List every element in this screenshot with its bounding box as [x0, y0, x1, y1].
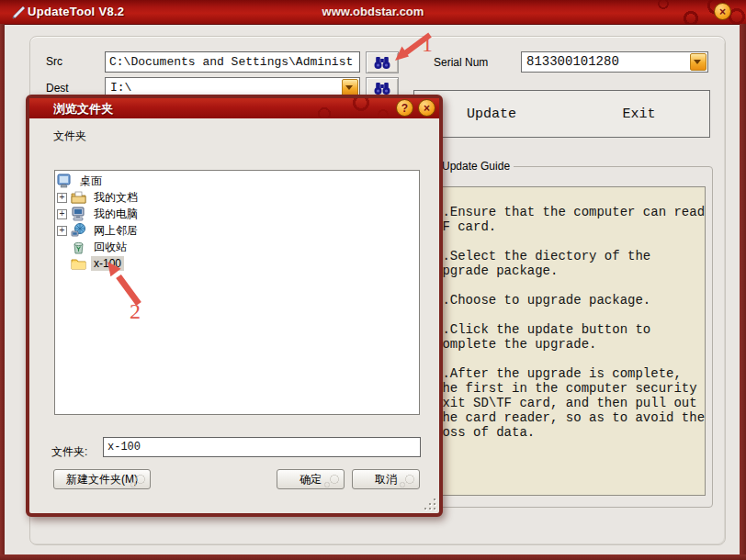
- serial-num-value: 813300101280: [526, 54, 619, 69]
- binoculars-icon: [373, 82, 391, 95]
- folder-tree: 桌面 + 我的文档 +: [54, 170, 420, 415]
- update-guide-panel: 1.Ensure that the computer can read TF c…: [427, 186, 706, 496]
- serial-dropdown-arrow-icon[interactable]: [690, 53, 706, 71]
- ok-button[interactable]: 确定: [277, 469, 345, 489]
- dialog-titlebar-ornament: [288, 98, 389, 118]
- folder-field-label: 文件夹:: [51, 444, 87, 460]
- title-bar: UpdateTool V8.2 www.obdstar.com ×: [0, 0, 746, 25]
- recycle-bin-icon: [71, 240, 86, 254]
- tree-item-label: 我的文档: [91, 189, 141, 207]
- expand-plus-icon[interactable]: +: [57, 209, 67, 219]
- desktop-icon: [57, 174, 73, 188]
- tree-item-desktop[interactable]: 桌面: [57, 173, 419, 189]
- dest-value: I:\: [110, 81, 131, 95]
- expand-plus-icon[interactable]: +: [57, 226, 67, 236]
- tree-item-my-computer[interactable]: + 我的电脑: [57, 206, 419, 222]
- dialog-help-button[interactable]: ?: [396, 99, 413, 117]
- tree-item-recycle-bin[interactable]: 回收站: [57, 239, 419, 255]
- window-site-text: www.obdstar.com: [0, 5, 746, 18]
- computer-icon: [71, 207, 86, 221]
- folder-name-input[interactable]: [103, 437, 421, 457]
- src-path-input[interactable]: [105, 51, 360, 73]
- dialog-title: 浏览文件夹: [53, 101, 113, 118]
- src-label: Src: [46, 55, 62, 68]
- tree-item-label: 桌面: [77, 173, 105, 190]
- dest-label: Dest: [46, 82, 69, 95]
- folder-icon: [71, 256, 86, 271]
- dialog-resize-grip[interactable]: [424, 498, 436, 510]
- exit-button[interactable]: Exit: [569, 90, 710, 138]
- tree-item-network-places[interactable]: + 网上邻居: [57, 222, 419, 239]
- dialog-folder-label: 文件夹: [53, 129, 86, 144]
- cancel-button[interactable]: 取消: [352, 469, 420, 489]
- expand-plus-icon[interactable]: +: [57, 193, 67, 203]
- dialog-close-button[interactable]: ×: [418, 99, 435, 117]
- tree-item-label: 网上邻居: [91, 222, 141, 240]
- tree-item-my-documents[interactable]: + 我的文档: [57, 189, 419, 206]
- serial-num-label: Serial Num: [434, 56, 488, 69]
- tree-item-label: 我的电脑: [91, 206, 141, 223]
- window-border-left: [0, 24, 5, 560]
- main-window: UpdateTool V8.2 www.obdstar.com × Src Se…: [0, 0, 746, 560]
- network-icon: [71, 223, 86, 238]
- update-guide-title: Update Guide: [438, 160, 514, 173]
- serial-num-combobox[interactable]: 813300101280: [521, 51, 708, 73]
- src-browse-button[interactable]: [366, 51, 399, 73]
- window-border-right: [740, 24, 746, 560]
- browse-folder-dialog: 浏览文件夹 ? × 文件夹 桌面 +: [26, 95, 443, 517]
- tree-item-x100[interactable]: x-100: [57, 255, 419, 272]
- binoculars-icon: [373, 56, 391, 70]
- tree-item-label: x-100: [91, 256, 124, 271]
- new-folder-button[interactable]: 新建文件夹(M): [53, 469, 151, 489]
- dialog-title-bar: 浏览文件夹 ? ×: [29, 98, 439, 118]
- tree-item-label: 回收站: [91, 239, 130, 256]
- documents-folder-icon: [71, 190, 86, 205]
- window-border-bottom: [0, 554, 746, 560]
- window-close-button[interactable]: ×: [714, 3, 731, 20]
- update-guide-text: 1.Ensure that the computer can read TF c…: [428, 187, 705, 440]
